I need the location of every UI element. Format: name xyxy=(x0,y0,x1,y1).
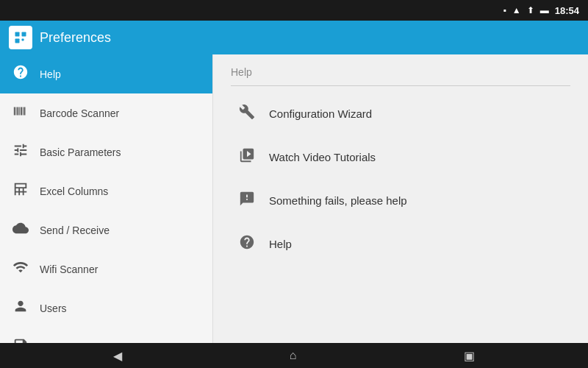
wifi-icon xyxy=(12,259,29,279)
storage-icon: ▪ xyxy=(503,5,506,15)
sidebar-item-basic-parameters-label: Basic Parameters xyxy=(40,146,121,158)
recent-apps-button[interactable]: ▣ xyxy=(464,349,475,363)
battery-icon: ▬ xyxy=(540,5,549,15)
scanpet-logo-icon xyxy=(14,31,27,44)
panel-item-something-fails-label: Something fails, please help xyxy=(269,194,407,207)
app-title: Preferences xyxy=(40,30,111,46)
sidebar-item-basic-parameters[interactable]: Basic Parameters xyxy=(0,132,212,171)
back-button[interactable]: ◀ xyxy=(113,349,122,363)
svg-rect-2 xyxy=(15,39,20,43)
sidebar-item-users-label: Users xyxy=(40,302,67,314)
panel-item-config-wizard[interactable]: Configuration Wizard xyxy=(231,92,570,135)
svg-rect-0 xyxy=(15,32,20,37)
help-icon xyxy=(12,64,29,84)
svg-rect-1 xyxy=(22,32,26,37)
panel-item-video-tutorials-label: Watch Video Tutorials xyxy=(269,151,376,163)
panel-item-help[interactable]: Help xyxy=(231,222,570,266)
panel-item-config-wizard-label: Configuration Wizard xyxy=(269,107,372,120)
sidebar-item-barcode-scanner[interactable]: Barcode Scanner xyxy=(0,93,212,132)
title-bar: Preferences xyxy=(0,21,588,54)
barcode-icon xyxy=(12,103,29,123)
video-icon xyxy=(237,147,257,167)
question-icon xyxy=(237,234,257,254)
status-bar: ▪ ▲ ⬆ ▬ 18:54 xyxy=(0,0,588,21)
sidebar-item-excel-columns[interactable]: Excel Columns xyxy=(0,171,212,210)
sidebar-item-send-receive[interactable]: Send / Receive xyxy=(0,210,212,250)
panel-title: Help xyxy=(231,66,570,78)
warning-icon xyxy=(237,191,257,210)
home-button[interactable]: ⌂ xyxy=(290,349,297,362)
panel-divider xyxy=(231,85,570,86)
panel-item-something-fails[interactable]: Something fails, please help xyxy=(231,179,570,222)
save-icon xyxy=(12,337,29,343)
table-icon xyxy=(12,181,29,201)
sidebar-item-help[interactable]: Help xyxy=(0,54,212,93)
tune-icon xyxy=(12,142,29,162)
status-time: 18:54 xyxy=(555,5,579,16)
svg-rect-3 xyxy=(22,39,24,41)
person-icon xyxy=(12,298,29,318)
right-panel: Help Configuration Wizard Watch Video Tu… xyxy=(213,54,588,343)
main-content: Help Barcode Scanner Basic Parameters xyxy=(0,54,588,343)
sidebar: Help Barcode Scanner Basic Parameters xyxy=(0,54,213,343)
sidebar-item-send-receive-label: Send / Receive xyxy=(40,224,110,236)
sidebar-item-save-load-label: Save/Load Preferences xyxy=(40,342,147,344)
sidebar-item-users[interactable]: Users xyxy=(0,289,212,328)
app-icon xyxy=(9,26,32,49)
sidebar-item-excel-columns-label: Excel Columns xyxy=(40,185,108,197)
sidebar-item-help-label: Help xyxy=(40,68,61,80)
usb-icon: ⬆ xyxy=(527,5,534,15)
nav-bar: ◀ ⌂ ▣ xyxy=(0,343,588,368)
sidebar-item-wifi-scanner[interactable]: Wifi Scanner xyxy=(0,250,212,289)
wrench-icon xyxy=(237,104,257,124)
panel-item-video-tutorials[interactable]: Watch Video Tutorials xyxy=(231,135,570,179)
sidebar-item-wifi-scanner-label: Wifi Scanner xyxy=(40,263,98,275)
sidebar-item-barcode-label: Barcode Scanner xyxy=(40,107,119,119)
sidebar-item-save-load[interactable]: Save/Load Preferences xyxy=(0,328,212,343)
panel-item-help-label: Help xyxy=(269,238,292,250)
cloud-icon xyxy=(12,220,29,240)
signal-icon: ▲ xyxy=(512,5,521,15)
